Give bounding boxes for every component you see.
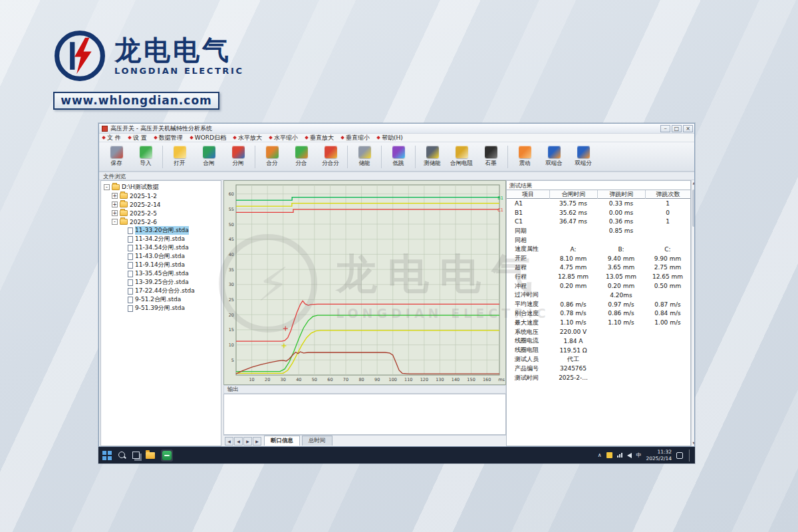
task-view-icon[interactable] [132, 452, 140, 459]
toolbar-button-graphite[interactable]: 石墨 [476, 143, 505, 170]
maximize-button[interactable]: □ [672, 125, 682, 132]
tree-folder[interactable]: -2025-2-6 [102, 217, 219, 226]
menu-item[interactable]: 设 置 [128, 134, 147, 142]
menu-item[interactable]: 垂直缩小 [341, 134, 370, 142]
tree-folder[interactable]: +2025-2-5 [102, 209, 219, 217]
tree-item-label: 11-33.20合闸.stda [135, 226, 189, 235]
active-app-slot[interactable] [161, 450, 173, 462]
toolbar-button-open-folder[interactable]: 打开 [165, 143, 194, 170]
results-label-cell: 刚合速度 [507, 309, 549, 318]
folder-icon [120, 193, 128, 199]
clock[interactable]: 11:32 2025/2/14 [646, 449, 672, 462]
ime-indicator[interactable]: 中 [636, 452, 642, 459]
menu-item-icon [102, 136, 106, 140]
tree-folder[interactable]: +2025-2-14 [102, 200, 219, 209]
output-area[interactable] [223, 394, 506, 435]
tab-nav-button[interactable]: ▶ [253, 437, 261, 446]
tree-folder[interactable]: +2025-1-2 [102, 192, 219, 200]
start-button-icon[interactable] [102, 451, 112, 460]
scroll-down-arrow[interactable]: ▼ [692, 440, 695, 446]
tab-nav-button[interactable]: ◀ [225, 437, 233, 446]
tree-file[interactable]: 11-9.14分闸.stda [102, 261, 219, 269]
menu-item-icon [376, 136, 380, 140]
toolbar-button-vibration[interactable]: 震动 [510, 143, 539, 170]
tree-file[interactable]: 11-34.54分闸.stda [102, 243, 219, 252]
tree-item-label: 2025-2-14 [130, 201, 161, 208]
toolbar-button-close-switch[interactable]: 合闸 [194, 143, 223, 170]
tree-file[interactable]: 13-35.45合闸.stda [102, 269, 219, 278]
measure-energy-icon [426, 146, 439, 158]
menu-item[interactable]: 水平放大 [233, 134, 262, 142]
menu-item[interactable]: 数据管理 [154, 134, 183, 142]
collapse-icon[interactable]: - [104, 184, 110, 190]
scrollbar-thumb[interactable] [692, 190, 695, 227]
tree-root[interactable]: -D:\H测试数据 [102, 183, 219, 192]
network-icon[interactable] [617, 453, 622, 458]
results-header-cell: 合闸时间 [549, 190, 597, 199]
collapse-icon[interactable]: - [112, 219, 118, 225]
toolbar-button-trip-close[interactable]: 分合 [287, 143, 316, 170]
notification-icon[interactable] [676, 452, 683, 459]
toolbar-button-save[interactable]: 保存 [102, 143, 131, 170]
results-label-cell: 线圈电阻 [507, 346, 549, 354]
toolbar-button-dual-trip[interactable]: 双端分 [569, 143, 598, 170]
tree-file[interactable]: 17-22.44分合分.stda [102, 287, 219, 295]
tab-inactive[interactable]: 总时间 [302, 436, 332, 446]
toolbar-button-trip-switch[interactable]: 分闸 [223, 143, 253, 170]
tree-file[interactable]: 9-51.2合闸.stda [102, 295, 219, 304]
vertical-scrollbar[interactable]: ▲ ▼ [691, 180, 695, 446]
file-icon [128, 245, 133, 251]
toolbar-button-import[interactable]: 导入 [131, 143, 160, 170]
toolbar-button-low-voltage-trip[interactable]: 低跳 [384, 143, 413, 170]
toolbar-button-closing-resistor[interactable]: 合闸电阻 [447, 143, 476, 170]
close-button[interactable]: × [683, 125, 693, 132]
results-value-cell: 3.65 mm [597, 264, 645, 271]
results-value-cell: 0.87 m/s [645, 301, 690, 308]
toolbar-button-energy-storage[interactable]: 储能 [350, 143, 379, 170]
tab-nav-button[interactable]: ◀ [234, 437, 243, 446]
file-explorer-icon[interactable] [146, 452, 155, 459]
toolbar-button-measure-energy[interactable]: 测储能 [418, 143, 447, 170]
menu-item[interactable]: WORD归档 [190, 134, 226, 142]
tree-file[interactable]: 11-43.0合闸.stda [102, 252, 219, 261]
results-label-cell: 产品编号 [507, 364, 549, 373]
expand-icon[interactable]: + [112, 201, 118, 207]
tree-file[interactable]: 11-33.20合闸.stda [102, 226, 219, 235]
svg-text:20: 20 [265, 377, 270, 382]
toolbar-button-label: 分合分 [322, 160, 339, 168]
expand-icon[interactable]: + [112, 193, 118, 199]
results-value-cell: 0.86 m/s [597, 310, 645, 317]
results-value-cell: 0.50 mm [645, 283, 690, 289]
title-bar[interactable]: 高压开关 - 高压开关机械特性分析系统 － □ × [99, 124, 694, 134]
file-icon [128, 305, 133, 312]
toolbar-button-dual-close[interactable]: 双端合 [539, 143, 569, 170]
tab-active[interactable]: 断口信息 [264, 436, 300, 446]
tab-nav-button[interactable]: ▶ [243, 437, 252, 446]
minimize-button[interactable]: － [660, 125, 670, 132]
trip-switch-icon [232, 146, 245, 158]
tree-file[interactable]: 9-51.39分闸.stda [102, 304, 219, 313]
toolbar-button-close-trip[interactable]: 合分 [257, 143, 287, 170]
menu-item[interactable]: 水平缩小 [269, 134, 298, 142]
waveform-chart[interactable]: 5101520253035404550556010203040506070809… [223, 180, 506, 385]
volume-icon[interactable] [627, 453, 632, 458]
results-value-cell: 0.78 m/s [549, 310, 597, 317]
scroll-up-arrow[interactable]: ▲ [692, 180, 695, 186]
show-desktop-button[interactable] [689, 450, 691, 462]
svg-text:25: 25 [229, 297, 234, 303]
search-icon[interactable] [118, 451, 126, 460]
menu-item[interactable]: 垂直放大 [305, 134, 334, 142]
toolbar-button-label: 双端分 [575, 160, 592, 168]
svg-text:20: 20 [229, 313, 234, 318]
tree-file[interactable]: 13-39.25合分.stda [102, 278, 219, 287]
expand-icon[interactable]: + [112, 210, 118, 216]
svg-text:70: 70 [343, 377, 348, 382]
menu-item[interactable]: 文 件 [102, 134, 121, 142]
menu-item[interactable]: 帮助(H) [377, 134, 403, 142]
toolbar-button-trip-close-trip[interactable]: 分合分 [316, 143, 345, 170]
tray-chevron-icon[interactable]: ∧ [598, 452, 602, 458]
tray-shield-icon[interactable] [606, 452, 612, 458]
tree-item-label: 2025-1-2 [130, 193, 157, 200]
tree-file[interactable]: 11-34.2分闸.stda [102, 235, 219, 243]
results-header-cell: 弹跳次数 [645, 190, 690, 199]
